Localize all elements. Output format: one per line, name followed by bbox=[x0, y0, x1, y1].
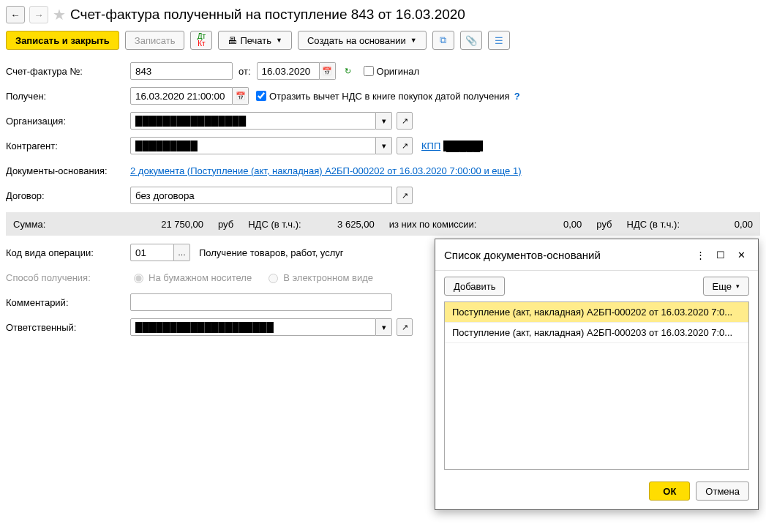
sum-label: Сумма: bbox=[13, 219, 130, 230]
ellipsis-icon: … bbox=[178, 248, 186, 257]
dots-icon: ⋮ bbox=[696, 250, 705, 261]
operation-code-input[interactable] bbox=[130, 244, 174, 261]
operation-code-desc: Получение товаров, работ, услуг bbox=[199, 247, 344, 258]
refresh-button[interactable]: ↻ bbox=[340, 62, 356, 80]
chevron-down-icon: ▼ bbox=[410, 37, 417, 44]
counterparty-input[interactable] bbox=[130, 137, 376, 154]
sum-row: Сумма: 21 750,00 руб НДС (в т.ч.): 3 625… bbox=[6, 212, 760, 236]
forward-button[interactable]: → bbox=[29, 6, 48, 23]
commission-label: из них по комиссии: bbox=[389, 219, 477, 230]
star-icon[interactable]: ★ bbox=[53, 6, 66, 23]
chevron-down-icon: ▾ bbox=[382, 323, 386, 332]
comment-label: Комментарий: bbox=[6, 297, 130, 308]
maximize-icon: ☐ bbox=[716, 250, 725, 261]
method-electronic-label: В электронном виде bbox=[283, 272, 373, 283]
chevron-down-icon: ▾ bbox=[382, 141, 386, 151]
refresh-icon: ↻ bbox=[345, 67, 351, 76]
radio-input bbox=[134, 274, 143, 283]
more-label: Еще bbox=[713, 281, 732, 292]
popup-list: Поступление (акт, накладная) А2БП-000202… bbox=[444, 301, 749, 347]
dtkt-icon: ДтКт bbox=[198, 33, 206, 48]
contract-label: Договор: bbox=[6, 190, 130, 201]
open-button[interactable]: ↗ bbox=[397, 318, 413, 336]
create-based-label: Создать на основании bbox=[307, 35, 406, 46]
page-title: Счет-фактура полученный на поступление 8… bbox=[70, 7, 465, 23]
kpp-label: КПП bbox=[421, 141, 440, 151]
from-date-input[interactable] bbox=[257, 62, 320, 80]
commission-currency: руб bbox=[596, 219, 612, 230]
dtkt-button[interactable]: ДтКт bbox=[190, 31, 212, 50]
chevron-down-icon: ▼ bbox=[276, 37, 282, 44]
save-button[interactable]: Записать bbox=[125, 31, 185, 50]
commission-vat-value: 0,00 bbox=[694, 219, 753, 230]
structure-button[interactable]: ⧉ bbox=[432, 31, 454, 50]
open-button[interactable]: ↗ bbox=[397, 187, 413, 204]
structure-icon: ⧉ bbox=[440, 34, 446, 46]
open-button[interactable]: ↗ bbox=[397, 112, 413, 130]
more-menu-button[interactable]: ⋮ bbox=[692, 247, 708, 263]
received-input[interactable] bbox=[130, 87, 233, 105]
received-label: Получен: bbox=[6, 91, 130, 102]
contract-input[interactable] bbox=[130, 187, 392, 204]
help-icon[interactable]: ? bbox=[514, 91, 520, 102]
print-label: Печать bbox=[240, 35, 271, 46]
reflect-vat-label: Отразить вычет НДС в книге покупок датой… bbox=[269, 91, 510, 102]
kpp-value: █████ bbox=[443, 141, 483, 151]
maximize-button[interactable]: ☐ bbox=[713, 247, 729, 263]
list-item[interactable]: Поступление (акт, накладная) А2БП-000202… bbox=[445, 302, 748, 323]
invoice-num-label: Счет-фактура №: bbox=[6, 66, 130, 77]
paperclip-icon: 📎 bbox=[465, 35, 477, 46]
calendar-icon: 📅 bbox=[236, 91, 246, 101]
open-icon: ↗ bbox=[402, 323, 408, 332]
attach-button[interactable]: 📎 bbox=[460, 31, 482, 50]
basis-docs-link[interactable]: 2 документа (Поступление (акт, накладная… bbox=[130, 165, 521, 176]
print-button[interactable]: 🖶 Печать ▼ bbox=[218, 31, 292, 50]
invoice-num-input[interactable] bbox=[130, 62, 233, 80]
responsible-input[interactable] bbox=[130, 318, 376, 336]
printer-icon: 🖶 bbox=[228, 35, 237, 46]
dropdown-button[interactable]: ▾ bbox=[376, 318, 392, 336]
sum-currency: руб bbox=[218, 219, 233, 230]
calendar-icon: 📅 bbox=[322, 67, 332, 76]
receive-method-label: Способ получения: bbox=[6, 272, 130, 283]
org-input[interactable] bbox=[130, 112, 376, 130]
method-paper-radio[interactable]: На бумажном носителе bbox=[130, 271, 252, 283]
dropdown-button[interactable]: ▾ bbox=[376, 112, 392, 130]
calendar-button[interactable]: 📅 bbox=[320, 62, 336, 80]
open-icon: ↗ bbox=[402, 191, 408, 201]
operation-code-label: Код вида операции: bbox=[6, 247, 130, 258]
list-button[interactable]: ☰ bbox=[488, 31, 510, 50]
calendar-button[interactable]: 📅 bbox=[233, 87, 249, 105]
back-button[interactable]: ← bbox=[6, 6, 25, 23]
kpp-link[interactable]: КПП █████ bbox=[421, 141, 483, 151]
chevron-down-icon: ▾ bbox=[382, 116, 386, 126]
add-button[interactable]: Добавить bbox=[444, 277, 505, 296]
method-paper-label: На бумажном носителе bbox=[149, 272, 252, 283]
arrow-right-icon: → bbox=[34, 10, 43, 20]
vat-label: НДС (в т.ч.): bbox=[248, 219, 301, 230]
list-icon: ☰ bbox=[495, 35, 503, 46]
method-electronic-radio[interactable]: В электронном виде bbox=[265, 271, 373, 283]
radio-input bbox=[269, 274, 278, 283]
select-button[interactable]: … bbox=[174, 244, 190, 261]
counterparty-label: Контрагент: bbox=[6, 141, 130, 151]
more-button[interactable]: Еще ▾ bbox=[703, 277, 749, 296]
commission-vat-label: НДС (в т.ч.): bbox=[627, 219, 680, 230]
basis-docs-label: Документы-основания: bbox=[6, 165, 130, 176]
dropdown-button[interactable]: ▾ bbox=[376, 137, 392, 154]
original-label: Оригинал bbox=[377, 66, 420, 77]
sum-value: 21 750,00 bbox=[145, 219, 203, 230]
original-checkbox[interactable] bbox=[364, 66, 374, 76]
open-button[interactable]: ↗ bbox=[397, 137, 413, 154]
reflect-vat-checkbox[interactable] bbox=[256, 91, 266, 101]
arrow-left-icon: ← bbox=[10, 10, 20, 20]
open-icon: ↗ bbox=[402, 116, 408, 126]
org-label: Организация: bbox=[6, 116, 130, 127]
list-item[interactable]: Поступление (акт, накладная) А2БП-000203… bbox=[445, 323, 748, 343]
commission-value: 0,00 bbox=[523, 219, 582, 230]
popup-title: Список документов-оснований bbox=[444, 249, 688, 261]
close-button[interactable]: ✕ bbox=[733, 247, 749, 263]
create-based-button[interactable]: Создать на основании ▼ bbox=[298, 31, 427, 50]
comment-input[interactable] bbox=[130, 293, 392, 311]
save-close-button[interactable]: Записать и закрыть bbox=[6, 31, 119, 50]
